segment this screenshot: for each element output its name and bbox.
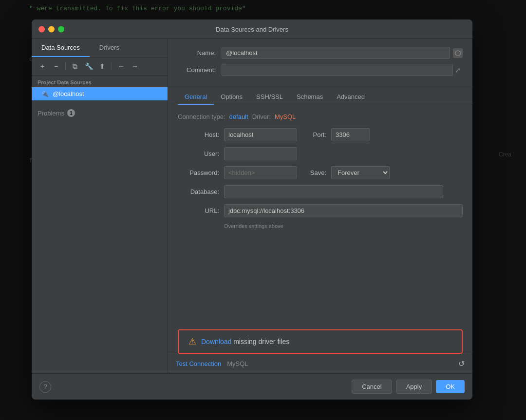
import-datasource-button[interactable]: ⬆ [96, 60, 108, 72]
database-label: Database: [178, 188, 219, 195]
title-bar: Data Sources and Drivers [32, 19, 472, 39]
bottom-bar: Test Connection MySQL ↺ [168, 354, 472, 373]
tab-content-general: Connection type: default Driver: MySQL H… [168, 105, 472, 325]
dialog-footer: ? Cancel Apply OK [32, 373, 472, 400]
sidebar: Data Sources Drivers + − ⧉ 🔧 ⬆ ← → Proje… [32, 39, 168, 373]
refresh-button[interactable]: ↺ [458, 359, 465, 368]
ok-button[interactable]: OK [436, 380, 465, 393]
comment-input[interactable] [222, 64, 453, 76]
test-connection-button[interactable]: Test Connection [176, 358, 221, 369]
forward-button[interactable]: → [129, 60, 141, 72]
remove-datasource-button[interactable]: − [50, 60, 62, 72]
tab-ssh-ssl[interactable]: SSH/SSL [249, 89, 290, 105]
name-input[interactable] [222, 47, 450, 59]
duplicate-datasource-button[interactable]: ⧉ [69, 60, 81, 72]
data-sources-dialog: Data Sources and Drivers Data Sources Dr… [32, 19, 472, 400]
warning-icon: ⚠ [188, 336, 196, 347]
host-row: Host: Port: [178, 128, 463, 141]
password-row: Password: Save: Forever Until restart Ne… [178, 166, 463, 179]
dialog-title: Data Sources and Drivers [216, 26, 288, 33]
driver-value[interactable]: MySQL [275, 113, 296, 120]
password-input[interactable] [224, 166, 297, 179]
edit-datasource-button[interactable]: 🔧 [83, 60, 94, 72]
name-row: Name: ◯ [178, 47, 463, 59]
user-input[interactable] [224, 147, 297, 160]
problems-section: Problems 1 [32, 105, 168, 121]
user-label: User: [178, 150, 219, 157]
url-input[interactable] [224, 204, 463, 217]
add-datasource-button[interactable]: + [37, 60, 48, 72]
host-input[interactable] [224, 128, 297, 141]
traffic-lights [38, 26, 64, 32]
tab-options[interactable]: Options [214, 89, 249, 105]
minimize-button[interactable] [48, 26, 55, 32]
connection-type-value[interactable]: default [229, 113, 248, 120]
database-row: Database: [178, 185, 463, 198]
toolbar-separator-2 [112, 62, 112, 70]
apply-button[interactable]: Apply [396, 380, 432, 394]
connection-type-label: Connection type: [178, 113, 225, 120]
panel-tabs: General Options SSH/SSL Schemas Advanced [168, 89, 472, 105]
host-label: Host: [178, 131, 219, 138]
datasource-icon: 🔌 [41, 91, 49, 97]
help-button[interactable]: ? [39, 381, 51, 393]
tab-schemas[interactable]: Schemas [290, 89, 330, 105]
comment-expand-button[interactable]: ⤢ [453, 65, 463, 75]
name-expand-button[interactable]: ◯ [453, 48, 463, 58]
user-row: User: [178, 147, 463, 160]
cancel-button[interactable]: Cancel [352, 380, 392, 394]
port-input[interactable] [331, 128, 370, 141]
driver-name-text: MySQL [227, 360, 248, 367]
datasource-item-label: @localhost [53, 90, 84, 97]
download-link[interactable]: Download [201, 338, 231, 345]
database-input[interactable] [224, 185, 443, 198]
right-panel: Name: ◯ Comment: ⤢ General Options SSH/S… [168, 39, 472, 373]
comment-row: Comment: ⤢ [178, 64, 463, 76]
toolbar-separator-1 [65, 62, 66, 70]
name-label: Name: [178, 49, 222, 57]
dialog-body: Data Sources Drivers + − ⧉ 🔧 ⬆ ← → Proje… [32, 39, 472, 373]
sidebar-toolbar: + − ⧉ 🔧 ⬆ ← → [32, 57, 168, 76]
form-area: Name: ◯ Comment: ⤢ [168, 39, 472, 89]
tab-general[interactable]: General [178, 89, 214, 105]
url-row: URL: [178, 204, 463, 217]
back-button[interactable]: ← [115, 60, 127, 72]
project-data-sources-label: Project Data Sources [32, 76, 168, 87]
tab-drivers[interactable]: Drivers [90, 39, 129, 57]
warning-text: Download missing driver files [201, 338, 289, 345]
tab-advanced[interactable]: Advanced [330, 89, 372, 105]
problems-count-badge: 1 [67, 109, 75, 117]
warning-area: ⚠ Download missing driver files [178, 329, 463, 354]
connection-type-row: Connection type: default Driver: MySQL [178, 113, 463, 120]
close-button[interactable] [38, 26, 45, 32]
save-label: Save: [302, 169, 326, 176]
url-section: URL: Overrides settings above [178, 204, 463, 229]
name-input-wrap: ◯ [222, 47, 463, 59]
maximize-button[interactable] [58, 26, 64, 32]
tab-data-sources[interactable]: Data Sources [32, 39, 90, 57]
datasource-item-localhost[interactable]: 🔌 @localhost [32, 87, 168, 100]
password-label: Password: [178, 169, 219, 176]
port-label: Port: [302, 131, 326, 138]
url-label: URL: [178, 207, 219, 214]
comment-label: Comment: [178, 66, 222, 74]
sidebar-tabs: Data Sources Drivers [32, 39, 168, 57]
driver-label: Driver: [252, 113, 271, 120]
problems-label: Problems [38, 110, 64, 117]
save-select[interactable]: Forever Until restart Never [331, 166, 390, 179]
url-hint: Overrides settings above [224, 223, 283, 229]
